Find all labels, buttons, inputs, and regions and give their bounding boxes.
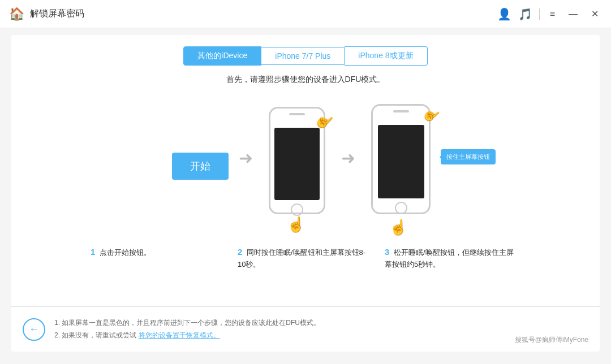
phone1-wrap: ☝ ☝ (263, 107, 331, 226)
user-icon[interactable]: 👤 (497, 7, 511, 21)
phone3-body (371, 104, 431, 214)
bottom-bar: ← 1. 如果屏幕一直是黑色的，并且程序前进到下一个步骤，您的设备应该此处在DF… (11, 306, 600, 352)
title-bar: 🏠 解锁屏幕密码 👤 🎵 ≡ — ✕ (0, 0, 611, 28)
step-text-2: 同时按住睡眠/唤醒钮和主屏幕按钮8-10秒。 (238, 248, 365, 268)
back-button[interactable]: ← (23, 318, 45, 341)
close-icon[interactable]: ✕ (588, 7, 602, 20)
step-desc-3: 3 松开睡眠/唤醒按钮，但继续按住主屏幕按钮约5秒钟。 (379, 245, 526, 271)
toolbar-divider (539, 8, 540, 20)
note-2: 2. 如果没有，请重试或尝试 将您的设备置于恢复模式。 (54, 330, 320, 342)
step-desc-2: 2 同时按住睡眠/唤醒钮和主屏幕按钮8-10秒。 (232, 245, 379, 271)
tab-iphone7[interactable]: iPhone 7/7 Plus (261, 47, 345, 65)
step-text-1: 点击开始按钮。 (100, 248, 151, 257)
phone1-home-btn (291, 203, 303, 216)
watermark: 搜狐号@疯师傅iMyFone (515, 335, 588, 345)
steps-visuals: 开始 ➜ ☝ ☝ ➜ (34, 98, 577, 234)
step-num-2: 2 (238, 247, 242, 257)
menu-icon[interactable]: ≡ (547, 8, 558, 20)
note-2-prefix: 2. 如果没有，请重试或尝试 (54, 331, 139, 339)
tab-iphone8[interactable]: iPhone 8或更新 (345, 46, 427, 66)
finger-bottom-icon: ☝ (287, 216, 305, 233)
step-num-1: 1 (91, 247, 95, 257)
home-icon[interactable]: 🏠 (9, 7, 24, 21)
tooltip-bubble: 按住主屏幕按钮 (441, 149, 496, 164)
title-bar-right: 👤 🎵 ≡ — ✕ (497, 7, 602, 21)
start-button[interactable]: 开始 (172, 153, 229, 180)
back-arrow-icon: ← (29, 323, 39, 335)
main-content: 其他的iDevice iPhone 7/7 Plus iPhone 8或更新 首… (11, 35, 600, 352)
note-1: 1. 如果屏幕一直是黑色的，并且程序前进到下一个步骤，您的设备应该此处在DFU模… (54, 317, 320, 330)
music-icon[interactable]: 🎵 (518, 7, 532, 21)
notes-text: 1. 如果屏幕一直是黑色的，并且程序前进到下一个步骤，您的设备应该此处在DFU模… (54, 317, 320, 341)
phone3-wrap: 按住主屏幕按钮 ☝ ☝ (365, 104, 439, 228)
phone3-home-btn (395, 202, 407, 214)
phone1-speaker (289, 113, 305, 115)
title-bar-left: 🏠 解锁屏幕密码 (9, 7, 84, 21)
tabs-row: 其他的iDevice iPhone 7/7 Plus iPhone 8或更新 (183, 46, 427, 66)
start-step: 开始 (172, 153, 229, 180)
minimize-icon[interactable]: — (565, 8, 581, 20)
steps-desc: 1 点击开始按钮。 2 同时按住睡眠/唤醒钮和主屏幕按钮8-10秒。 3 松开睡… (34, 245, 577, 271)
tab-other-idevice[interactable]: 其他的iDevice (183, 46, 261, 66)
finger3-bottom-icon: ☝ (389, 219, 407, 236)
phone3-speaker (393, 110, 409, 112)
step-text-3: 松开睡眠/唤醒按钮，但继续按住主屏幕按钮约5秒钟。 (385, 248, 514, 268)
phone1-screen (274, 128, 320, 200)
subtitle-text: 首先，请遵照步骤使您的设备进入DFU模式。 (226, 75, 385, 85)
phone1-step: ☝ ☝ (263, 101, 331, 231)
arrow-2: ➜ (341, 148, 355, 168)
phone3-step: 按住主屏幕按钮 ☝ ☝ (365, 98, 439, 234)
step-desc-1: 1 点击开始按钮。 (85, 245, 232, 271)
recovery-mode-link[interactable]: 将您的设备置于恢复模式。 (139, 331, 220, 339)
step-num-3: 3 (385, 247, 389, 257)
arrow-1: ➜ (239, 148, 253, 168)
app-title: 解锁屏幕密码 (30, 8, 84, 20)
phone3-screen (378, 125, 424, 198)
